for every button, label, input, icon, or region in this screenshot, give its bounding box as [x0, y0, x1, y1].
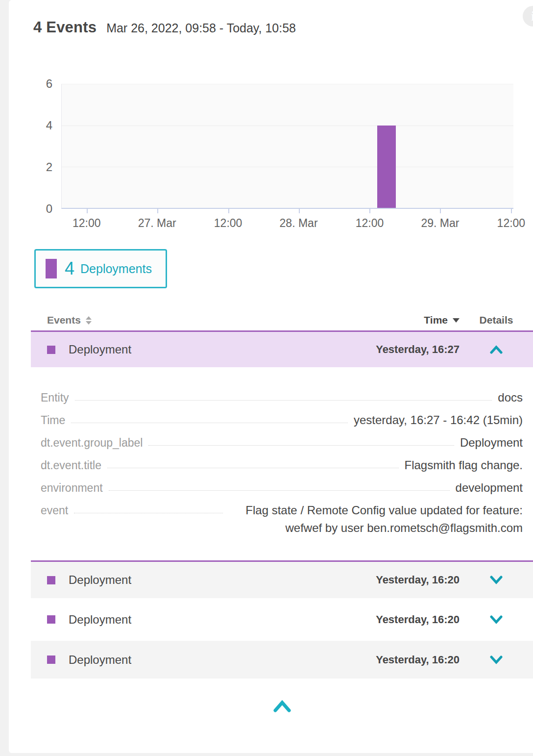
- panel-header: 4 Events Mar 26, 2022, 09:58 - Today, 10…: [9, 0, 533, 36]
- detail-value: Flagsmith flag change.: [405, 456, 523, 474]
- sort-both-icon: [86, 316, 92, 325]
- chevron-down-icon: [489, 655, 504, 665]
- column-header-events[interactable]: Events: [47, 314, 92, 326]
- x-tick-label: 12:00: [497, 217, 526, 230]
- dotted-leader: [71, 411, 348, 423]
- detail-value: yesterday, 16:27 - 16:42 (15min): [354, 411, 523, 429]
- deployment-square-icon: [47, 346, 55, 354]
- chart-bar-deployments[interactable]: [377, 126, 396, 208]
- collapse-row-button[interactable]: [460, 345, 533, 354]
- detail-value: Flag state / Remote Config value updated…: [229, 502, 523, 537]
- column-header-events-label: Events: [47, 314, 81, 326]
- detail-row: Entity docs: [41, 389, 523, 406]
- deployment-square-icon: [47, 615, 55, 624]
- x-tick-mark: [440, 209, 441, 213]
- dotted-leader: [148, 434, 454, 446]
- column-header-time-label: Time: [424, 314, 448, 326]
- event-row[interactable]: Deployment Yesterday, 16:20: [31, 598, 533, 641]
- y-tick-label: 0: [46, 202, 52, 216]
- event-row-expanded[interactable]: Deployment Yesterday, 16:27: [31, 330, 533, 367]
- dotted-leader: [75, 389, 492, 401]
- detail-label: environment: [41, 479, 103, 497]
- detail-row: dt.event.title Flagsmith flag change.: [41, 456, 523, 474]
- detail-label: event: [41, 502, 68, 519]
- x-tick-label: 12:00: [214, 217, 242, 230]
- x-tick-label: 12:00: [73, 217, 101, 230]
- event-row[interactable]: Deployment Yesterday, 16:20: [31, 641, 533, 679]
- dotted-leader: [109, 479, 450, 491]
- x-tick-mark: [228, 209, 229, 213]
- events-table: Events Time Details Deployment Yesterday…: [31, 310, 533, 679]
- detail-label: dt.event.group_label: [41, 434, 143, 452]
- detail-label: Time: [41, 411, 65, 429]
- detail-value: Deployment: [460, 434, 523, 452]
- column-header-details: Details: [460, 314, 533, 326]
- y-tick-label: 2: [46, 160, 52, 174]
- event-type-label: Deployment: [69, 613, 376, 627]
- table-header: Events Time Details: [31, 310, 533, 330]
- y-tick-label: 4: [46, 119, 52, 132]
- event-type-label: Deployment: [69, 653, 376, 667]
- x-tick-label: 12:00: [356, 217, 384, 230]
- event-type-label: Deployment: [69, 573, 376, 587]
- legend-deployments[interactable]: 4 Deployments: [34, 249, 167, 288]
- expand-row-button[interactable]: [460, 655, 533, 665]
- x-tick-mark: [87, 209, 88, 213]
- y-axis: 6 4 2 0: [31, 84, 61, 209]
- page-title: 4 Events: [33, 19, 97, 36]
- event-details-panel: Entity docs Time yesterday, 16:27 - 16:4…: [31, 367, 533, 560]
- detail-label: dt.event.title: [41, 456, 101, 474]
- deployment-square-icon: [47, 576, 55, 584]
- detail-row: environment development: [41, 479, 523, 497]
- event-type-label: Deployment: [69, 343, 376, 356]
- events-panel: i 4 Events Mar 26, 2022, 09:58 - Today, …: [9, 0, 533, 753]
- chevron-down-icon: [489, 575, 504, 585]
- collapse-list-control[interactable]: [31, 679, 533, 713]
- detail-row: Time yesterday, 16:27 - 16:42 (15min): [41, 411, 523, 429]
- x-tick-mark: [369, 209, 370, 213]
- chevron-up-icon: [272, 699, 292, 713]
- sort-desc-icon: [453, 318, 460, 323]
- x-axis: 12:00 27. Mar 12:00 28. Mar 12:00 29. Ma…: [61, 209, 513, 234]
- events-chart: 6 4 2 0 12:00 27. Mar 12:00 28. Mar 12:: [31, 84, 513, 234]
- event-time-label: Yesterday, 16:20: [376, 613, 460, 626]
- x-tick-mark: [299, 209, 300, 213]
- legend-label: Deployments: [80, 262, 152, 276]
- chevron-down-icon: [489, 615, 504, 625]
- detail-value: docs: [498, 389, 523, 406]
- legend-swatch-icon: [46, 259, 57, 278]
- legend-count: 4: [65, 258, 74, 279]
- detail-value: development: [456, 479, 523, 497]
- detail-row: event Flag state / Remote Config value u…: [41, 502, 523, 537]
- column-header-time[interactable]: Time: [424, 314, 460, 326]
- detail-label: Entity: [41, 389, 69, 406]
- time-range-label: Mar 26, 2022, 09:58 - Today, 10:58: [106, 21, 296, 35]
- gridline: [62, 126, 513, 126]
- event-time-label: Yesterday, 16:20: [376, 654, 460, 666]
- deployment-square-icon: [47, 655, 55, 664]
- x-tick-mark: [157, 209, 158, 213]
- detail-row: dt.event.group_label Deployment: [41, 434, 523, 452]
- event-time-label: Yesterday, 16:20: [376, 574, 460, 586]
- event-time-label: Yesterday, 16:27: [376, 343, 460, 356]
- dotted-leader: [74, 502, 223, 513]
- gridline: [62, 167, 513, 167]
- x-tick-label: 29. Mar: [421, 217, 459, 230]
- expand-row-button[interactable]: [460, 575, 533, 585]
- chevron-up-icon: [489, 345, 504, 354]
- expand-row-button[interactable]: [460, 615, 533, 625]
- x-tick-mark: [511, 209, 512, 213]
- event-row[interactable]: Deployment Yesterday, 16:20: [31, 560, 533, 598]
- x-tick-label: 27. Mar: [138, 217, 176, 230]
- y-tick-label: 6: [46, 77, 52, 91]
- x-tick-label: 28. Mar: [280, 217, 318, 230]
- plot-area: [61, 84, 513, 209]
- dotted-leader: [107, 456, 399, 468]
